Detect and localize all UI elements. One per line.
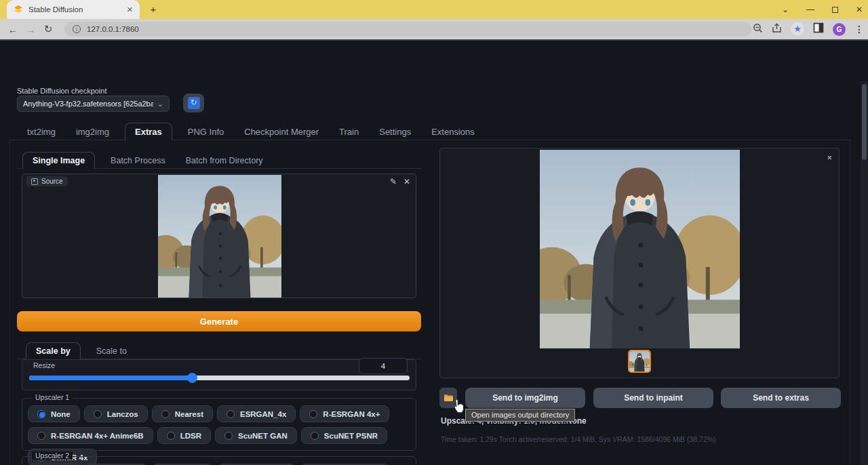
tab-checkpoint-merger[interactable]: Checkpoint Merger <box>243 123 320 140</box>
tab-train[interactable]: Train <box>338 123 360 140</box>
tab-close-icon[interactable]: ✕ <box>127 5 133 14</box>
zoom-icon[interactable] <box>753 23 763 36</box>
url-text[interactable]: 127.0.0.1:7860 <box>87 25 139 33</box>
tab-extras[interactable]: Extras <box>125 123 172 140</box>
upscaler1-option-r-esrgan-4x-anime6b[interactable]: R-ESRGAN 4x+ Anime6B <box>28 427 153 444</box>
minimize-button[interactable]: — <box>806 5 814 14</box>
clear-image-icon[interactable]: ✕ <box>403 177 410 186</box>
folder-icon <box>443 394 454 402</box>
browser-tab-title: Stable Diffusion <box>28 5 121 14</box>
tab-txt2img[interactable]: txt2img <box>26 123 57 140</box>
upscaler1-option-ldsr[interactable]: LDSR <box>157 427 211 444</box>
bookmark-star-icon[interactable]: ★ <box>791 22 804 36</box>
tooltip: Open images output directory <box>465 409 575 422</box>
upscaler1-group: Upscaler 1 NoneLanczosNearestESRGAN_4xR-… <box>22 398 416 451</box>
radio-icon <box>167 432 175 440</box>
slider-fill <box>29 376 193 380</box>
option-label: Lanczos <box>107 410 138 418</box>
tab-png-info[interactable]: PNG Info <box>186 123 225 140</box>
tab-settings[interactable]: Settings <box>378 123 412 140</box>
tab-img2img[interactable]: img2img <box>75 123 111 140</box>
slider-handle[interactable] <box>187 373 197 383</box>
subtab-single-image[interactable]: Single Image <box>22 152 95 169</box>
page-scrollbar[interactable] <box>861 81 868 465</box>
radio-icon <box>226 410 235 418</box>
upscaler1-label: Upscaler 1 <box>32 393 73 401</box>
radio-icon <box>309 410 317 418</box>
page-info-icon[interactable]: i <box>73 25 81 33</box>
option-label: ESRGAN_4x <box>240 410 286 418</box>
option-label: LDSR <box>180 432 201 440</box>
result-image[interactable] <box>540 150 740 348</box>
source-label: Source <box>41 178 63 185</box>
upscaler1-option-r-esrgan-4x[interactable]: R-ESRGAN 4x+ <box>300 405 389 422</box>
chevron-down-icon: ⌄ <box>157 100 163 108</box>
tab-search-chevron-icon[interactable]: ⌄ <box>782 5 789 14</box>
browser-menu-icon[interactable]: ⋮ <box>854 24 864 35</box>
source-image-dropzone[interactable]: Source ✎ ✕ <box>22 174 416 298</box>
browser-tab[interactable]: Stable Diffusion ✕ <box>7 0 140 19</box>
option-label: ScuNET PSNR <box>324 432 378 440</box>
main-tabs: txt2imgimg2imgExtrasPNG InfoCheckpoint M… <box>17 121 485 140</box>
refresh-icon: ↻ <box>188 97 200 109</box>
option-label: R-ESRGAN 4x+ <box>323 410 380 418</box>
upscaler1-option-scunet-psnr[interactable]: ScuNET PSNR <box>301 427 387 444</box>
scale-tab-scale-by[interactable]: Scale by <box>26 342 81 359</box>
upscaler1-option-lanczos[interactable]: Lanczos <box>84 405 148 422</box>
checkpoint-label: Stable Diffusion checkpoint <box>17 87 107 95</box>
result-thumbnail-selected[interactable] <box>628 350 651 373</box>
maximize-button[interactable] <box>832 7 838 13</box>
upscaler1-option-scunet-gan[interactable]: ScuNET GAN <box>215 427 297 444</box>
scale-tab-scale-to[interactable]: Scale to <box>95 343 128 359</box>
checkpoint-value: Anything-V3-fp32.safetensors [625a2ba2] <box>23 100 153 108</box>
url-bar[interactable]: i 127.0.0.1:7860 <box>64 22 751 37</box>
tab-extensions[interactable]: Extensions <box>430 123 476 140</box>
extras-subtabs: Single ImageBatch ProcessBatch from Dire… <box>17 150 273 169</box>
profile-avatar[interactable]: G <box>833 23 846 36</box>
browser-toolbar: ← → ↻ i 127.0.0.1:7860 ★ G ⋮ <box>0 19 868 39</box>
reload-button[interactable]: ↻ <box>39 23 57 35</box>
scale-tabs: Scale byScale to <box>20 340 137 359</box>
radio-icon <box>94 410 102 418</box>
option-label: ScuNET GAN <box>238 432 288 440</box>
scrollbar-thumb[interactable] <box>862 84 867 160</box>
source-image[interactable] <box>158 175 281 298</box>
webui-page: Stable Diffusion checkpoint Anything-V3-… <box>0 41 868 465</box>
subtab-batch-from-directory[interactable]: Batch from Directory <box>184 153 264 169</box>
new-tab-button[interactable]: + <box>148 4 159 15</box>
refresh-checkpoint-button[interactable]: ↻ <box>183 94 204 113</box>
footer-stats-text: Time taken: 1.29s Torch active/reserved:… <box>441 435 716 443</box>
checkpoint-select[interactable]: Anything-V3-fp32.safetensors [625a2ba2] … <box>17 96 170 112</box>
subtab-batch-process[interactable]: Batch Process <box>109 153 167 169</box>
upscaler1-option-nearest[interactable]: Nearest <box>152 405 213 422</box>
upscaler2-label: Upscaler 2 <box>32 451 73 460</box>
share-icon[interactable] <box>772 23 782 36</box>
button-send-to-img2img[interactable]: Send to img2img <box>465 388 585 408</box>
source-label-pill: Source <box>26 176 68 186</box>
upscaler2-group: Upscaler 2 NoneLanczosNearestESRGAN_4xR-… <box>22 456 416 465</box>
button-send-to-inpaint[interactable]: Send to inpaint <box>593 388 713 408</box>
close-gallery-icon[interactable]: × <box>827 153 832 163</box>
radio-icon <box>37 432 45 440</box>
generate-button[interactable]: Generate <box>17 311 421 331</box>
side-panel-icon[interactable] <box>813 22 824 36</box>
resize-slider[interactable] <box>29 376 410 380</box>
upscaler1-option-none[interactable]: None <box>28 405 80 422</box>
mouse-cursor <box>453 399 465 416</box>
forward-button[interactable]: → <box>22 24 39 35</box>
resize-number-input[interactable]: 4 <box>359 358 408 374</box>
radio-icon <box>37 410 45 418</box>
edit-image-icon[interactable]: ✎ <box>390 177 397 186</box>
back-button[interactable]: ← <box>4 24 22 35</box>
option-label: Nearest <box>175 410 203 418</box>
radio-icon <box>311 432 319 440</box>
browser-titlebar: Stable Diffusion ✕ + ⌄ — ✕ <box>0 0 868 19</box>
resize-label: Resize <box>33 361 55 369</box>
button-send-to-extras[interactable]: Send to extras <box>721 388 841 408</box>
favicon-icon <box>14 5 23 14</box>
upscaler1-option-esrgan-4x[interactable]: ESRGAN_4x <box>217 405 296 422</box>
radio-icon <box>224 432 233 440</box>
resize-panel: Resize 4 <box>22 359 416 390</box>
option-label: None <box>51 410 71 418</box>
window-close-button[interactable]: ✕ <box>856 5 863 14</box>
